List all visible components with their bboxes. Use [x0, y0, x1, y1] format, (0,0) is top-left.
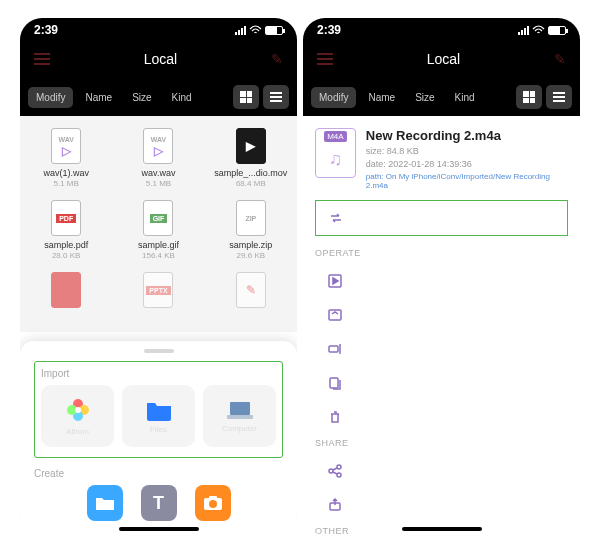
file-item[interactable]: PDF sample.pdf 28.0 KB	[20, 198, 112, 270]
operate-delete[interactable]	[315, 400, 568, 434]
file-size-line: size: 84.8 KB	[366, 145, 568, 158]
sort-kind[interactable]: Kind	[447, 87, 483, 108]
file-item[interactable]: ZIP sample.zip 29.6 KB	[205, 198, 297, 270]
sort-name[interactable]: Name	[77, 87, 120, 108]
sheet-handle[interactable]	[144, 349, 174, 353]
file-path: path: On My iPhone/iConv/Imported/New Re…	[366, 172, 568, 190]
list-view-button[interactable]	[263, 85, 289, 109]
import-album-button[interactable]: Album	[41, 385, 114, 447]
camera-icon	[203, 495, 223, 511]
file-item[interactable]: PPTX	[112, 270, 204, 322]
clock: 2:39	[317, 23, 341, 37]
file-icon: WAV▷	[51, 128, 81, 164]
import-files-label: Files	[150, 425, 167, 434]
sort-modify[interactable]: Modify	[311, 87, 356, 108]
import-computer-label: Computer	[222, 424, 257, 433]
create-folder-button[interactable]	[87, 485, 123, 521]
operate-rename[interactable]	[315, 332, 568, 366]
sort-modify[interactable]: Modify	[28, 87, 73, 108]
create-photo-button[interactable]	[195, 485, 231, 521]
file-icon: PDF	[51, 200, 81, 236]
sort-size[interactable]: Size	[407, 87, 442, 108]
share-action[interactable]	[315, 454, 568, 488]
wifi-icon	[532, 25, 545, 35]
svg-rect-13	[330, 378, 338, 388]
phone-right: 2:39 Local ✎ Modify Name Size Kind M4A	[303, 18, 580, 535]
file-detail: M4A ♫ New Recording 2.m4a size: 84.8 KB …	[303, 116, 580, 535]
home-indicator[interactable]	[119, 527, 199, 531]
file-name: sample.gif	[116, 240, 200, 250]
file-size: 68.4 MB	[209, 179, 293, 188]
laptop-icon	[226, 400, 254, 420]
music-note-icon: ♫	[329, 142, 343, 177]
menu-icon[interactable]	[317, 53, 333, 65]
file-item[interactable]: ▶ sample_...dio.mov 68.4 MB	[205, 126, 297, 198]
nav-bar: Local ✎	[303, 40, 580, 78]
svg-rect-6	[227, 415, 253, 419]
wifi-icon	[249, 25, 262, 35]
svg-rect-5	[230, 402, 250, 415]
grid-view-button[interactable]	[516, 85, 542, 109]
grid-icon	[523, 91, 535, 103]
file-item[interactable]: WAV▷ wav(1).wav 5.1 MB	[20, 126, 112, 198]
operate-copy[interactable]	[315, 366, 568, 400]
convert-action[interactable]	[315, 200, 568, 236]
file-badge: M4A	[324, 131, 346, 142]
convert-icon	[328, 210, 344, 226]
home-indicator[interactable]	[402, 527, 482, 531]
list-icon	[553, 92, 565, 102]
svg-point-14	[337, 465, 341, 469]
share-export[interactable]	[315, 488, 568, 522]
file-name: sample_...dio.mov	[209, 168, 293, 178]
file-item[interactable]: GIF sample.gif 156.4 KB	[112, 198, 204, 270]
share-list	[315, 454, 568, 522]
menu-icon[interactable]	[34, 53, 50, 65]
svg-point-15	[329, 469, 333, 473]
file-item[interactable]: ✎	[205, 270, 297, 322]
list-icon	[270, 92, 282, 102]
status-bar: 2:39	[20, 18, 297, 40]
operate-play[interactable]	[315, 264, 568, 298]
file-icon: PPTX	[143, 272, 173, 308]
play-icon	[327, 273, 343, 289]
share-label: SHARE	[315, 438, 568, 448]
file-size: 29.6 KB	[209, 251, 293, 260]
file-icon: ▶	[236, 128, 266, 164]
edit-icon[interactable]: ✎	[271, 51, 283, 67]
file-name: wav.wav	[116, 168, 200, 178]
battery-icon	[548, 26, 566, 35]
text-icon: T	[153, 493, 164, 514]
file-item[interactable]: WAV▷ wav.wav 5.1 MB	[112, 126, 204, 198]
create-text-button[interactable]: T	[141, 485, 177, 521]
file-icon: ✎	[236, 272, 266, 308]
import-computer-button[interactable]: Computer	[203, 385, 276, 447]
file-icon	[51, 272, 81, 308]
file-item[interactable]	[20, 270, 112, 322]
file-name: wav(1).wav	[24, 168, 108, 178]
list-view-button[interactable]	[546, 85, 572, 109]
file-size: 28.0 KB	[24, 251, 108, 260]
operate-open[interactable]	[315, 298, 568, 332]
file-icon: ZIP	[236, 200, 266, 236]
svg-point-8	[209, 500, 217, 508]
file-date-line: date: 2022-01-28 14:39:36	[366, 158, 568, 171]
sort-kind[interactable]: Kind	[164, 87, 200, 108]
trash-icon	[327, 409, 343, 425]
edit-icon[interactable]: ✎	[554, 51, 566, 67]
copy-icon	[327, 375, 343, 391]
svg-rect-12	[329, 346, 338, 352]
import-files-button[interactable]: Files	[122, 385, 195, 447]
file-grid: WAV▷ wav(1).wav 5.1 MB WAV▷ wav.wav 5.1 …	[20, 116, 297, 332]
rename-icon	[327, 341, 343, 357]
status-icons	[518, 25, 566, 35]
photos-icon	[65, 397, 91, 423]
clock: 2:39	[34, 23, 58, 37]
import-album-label: Album	[66, 427, 89, 436]
open-icon	[327, 307, 343, 323]
folder-icon	[145, 399, 173, 421]
sort-name[interactable]: Name	[360, 87, 403, 108]
create-label: Create	[34, 468, 283, 479]
signal-icon	[518, 26, 529, 35]
sort-size[interactable]: Size	[124, 87, 159, 108]
grid-view-button[interactable]	[233, 85, 259, 109]
